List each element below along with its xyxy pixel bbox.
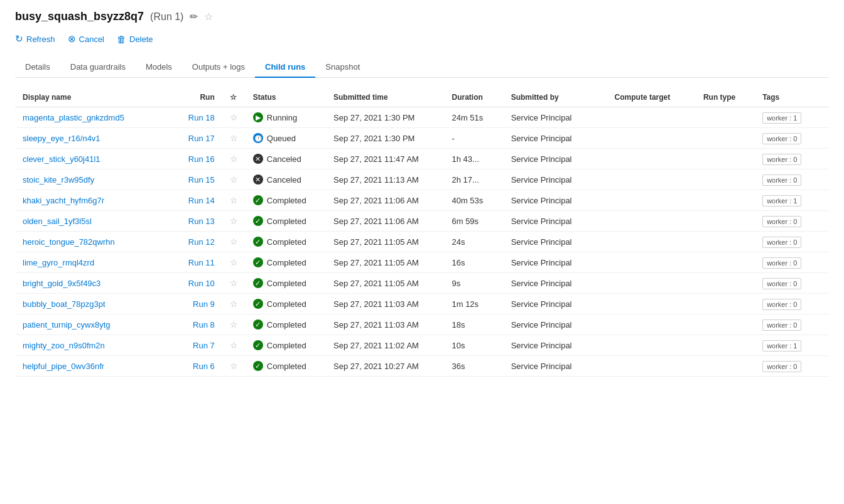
run-link[interactable]: Run 10 — [188, 279, 215, 288]
display-name-link[interactable]: khaki_yacht_hyfm6g7r — [23, 196, 104, 205]
cell-run-type — [696, 252, 755, 273]
display-name-link[interactable]: clever_stick_y60j41l1 — [23, 154, 100, 164]
cell-tags: worker : 0 — [755, 356, 829, 377]
row-star-icon[interactable]: ☆ — [230, 154, 238, 164]
display-name-link[interactable]: heroic_tongue_782qwrhn — [23, 237, 115, 247]
cell-tags: worker : 0 — [755, 273, 829, 294]
cell-star[interactable]: ☆ — [222, 273, 246, 294]
cell-star[interactable]: ☆ — [222, 252, 246, 273]
run-link[interactable]: Run 9 — [193, 299, 215, 309]
status-label: Completed — [267, 320, 306, 330]
cell-duration: 24s — [444, 232, 503, 252]
toolbar: ↻ Refresh ⊗ Cancel 🗑 Delete — [15, 33, 829, 45]
cell-submitted-by: Service Principal — [504, 128, 607, 149]
tab-child-runs[interactable]: Child runs — [255, 57, 315, 78]
tag-badge: worker : 1 — [762, 195, 801, 206]
display-name-link[interactable]: sleepy_eye_r16/n4v1 — [23, 134, 100, 143]
cell-star[interactable]: ☆ — [222, 169, 246, 190]
cell-submitted-time: Sep 27, 2021 11:05 AM — [326, 252, 444, 273]
cell-submitted-by: Service Principal — [504, 232, 607, 252]
row-star-icon[interactable]: ☆ — [230, 112, 238, 122]
display-name-link[interactable]: patient_turnip_cywx8ytg — [23, 320, 110, 330]
cell-star[interactable]: ☆ — [222, 149, 246, 169]
cell-star[interactable]: ☆ — [222, 232, 246, 252]
display-name-link[interactable]: lime_gyro_rmql4zrd — [23, 258, 94, 267]
row-star-icon[interactable]: ☆ — [230, 133, 238, 143]
cell-star[interactable]: ☆ — [222, 190, 246, 211]
run-link[interactable]: Run 12 — [188, 237, 215, 247]
display-name-link[interactable]: bright_gold_9x5f49c3 — [23, 279, 100, 288]
status-label: Completed — [267, 341, 306, 350]
cell-tags: worker : 1 — [755, 335, 829, 356]
delete-label: Delete — [129, 35, 153, 44]
display-name-link[interactable]: bubbly_boat_78pzg3pt — [23, 299, 106, 309]
run-link[interactable]: Run 13 — [188, 217, 215, 226]
cell-star[interactable]: ☆ — [222, 356, 246, 377]
row-star-icon[interactable]: ☆ — [230, 216, 238, 226]
edit-icon[interactable]: ✏ — [190, 11, 198, 23]
run-link[interactable]: Run 6 — [193, 362, 215, 371]
cell-star[interactable]: ☆ — [222, 335, 246, 356]
cell-tags: worker : 1 — [755, 190, 829, 211]
run-link[interactable]: Run 11 — [188, 258, 215, 267]
tab-outputs-logs[interactable]: Outputs + logs — [182, 57, 255, 78]
favorite-icon[interactable]: ☆ — [204, 11, 213, 23]
runs-table: Display name Run ☆ Status Submitted time… — [15, 88, 829, 377]
row-star-icon[interactable]: ☆ — [230, 361, 238, 371]
cell-submitted-time: Sep 27, 2021 11:05 AM — [326, 232, 444, 252]
cell-display-name: magenta_plastic_gnkzdmd5 — [15, 107, 163, 128]
col-header-display-name: Display name — [15, 88, 163, 107]
run-link[interactable]: Run 16 — [188, 154, 215, 164]
run-link[interactable]: Run 15 — [188, 175, 215, 185]
cell-star[interactable]: ☆ — [222, 107, 246, 128]
row-star-icon[interactable]: ☆ — [230, 299, 238, 309]
refresh-button[interactable]: ↻ Refresh — [15, 33, 55, 45]
display-name-link[interactable]: mighty_zoo_n9s0fm2n — [23, 341, 105, 350]
row-star-icon[interactable]: ☆ — [230, 257, 238, 267]
cell-duration: 6m 59s — [444, 211, 503, 232]
row-star-icon[interactable]: ☆ — [230, 174, 238, 185]
cell-duration: 40m 53s — [444, 190, 503, 211]
cancel-button[interactable]: ⊗ Cancel — [68, 33, 104, 45]
display-name-link[interactable]: magenta_plastic_gnkzdmd5 — [23, 113, 124, 122]
cell-star[interactable]: ☆ — [222, 294, 246, 314]
delete-button[interactable]: 🗑 Delete — [117, 34, 153, 45]
cell-duration: 16s — [444, 252, 503, 273]
refresh-icon: ↻ — [15, 33, 23, 45]
run-link[interactable]: Run 17 — [188, 134, 215, 143]
tab-data-guardrails[interactable]: Data guardrails — [60, 57, 136, 78]
display-name-link[interactable]: stoic_kite_r3w95dfy — [23, 175, 94, 185]
run-link[interactable]: Run 7 — [193, 341, 215, 350]
cell-duration: 2h 17... — [444, 169, 503, 190]
row-star-icon[interactable]: ☆ — [230, 340, 238, 350]
cell-star[interactable]: ☆ — [222, 211, 246, 232]
tab-snapshot[interactable]: Snapshot — [315, 57, 370, 78]
cell-star[interactable]: ☆ — [222, 128, 246, 149]
col-header-run-type: Run type — [696, 88, 755, 107]
tag-badge: worker : 0 — [762, 133, 801, 144]
row-star-icon[interactable]: ☆ — [230, 319, 238, 330]
tab-models[interactable]: Models — [136, 57, 182, 78]
tab-details[interactable]: Details — [15, 57, 60, 78]
run-link[interactable]: Run 18 — [188, 113, 215, 122]
cell-compute-target — [607, 273, 696, 294]
cell-compute-target — [607, 169, 696, 190]
tag-badge: worker : 1 — [762, 112, 801, 124]
display-name-link[interactable]: helpful_pipe_0wv36nfr — [23, 362, 104, 371]
run-link[interactable]: Run 14 — [188, 196, 215, 205]
row-star-icon[interactable]: ☆ — [230, 237, 238, 247]
cell-run: Run 8 — [163, 314, 222, 335]
cell-status: ✓ Completed — [246, 356, 326, 377]
cell-submitted-by: Service Principal — [504, 335, 607, 356]
display-name-link[interactable]: olden_sail_1yf3l5sl — [23, 217, 92, 226]
cancel-label: Cancel — [79, 35, 104, 44]
run-link[interactable]: Run 8 — [193, 320, 215, 330]
col-header-duration: Duration — [444, 88, 503, 107]
cell-star[interactable]: ☆ — [222, 314, 246, 335]
cell-run-type — [696, 294, 755, 314]
col-header-star[interactable]: ☆ — [222, 88, 246, 107]
row-star-icon[interactable]: ☆ — [230, 195, 238, 205]
cancel-icon: ⊗ — [68, 33, 76, 45]
row-star-icon[interactable]: ☆ — [230, 278, 238, 288]
cell-run-type — [696, 314, 755, 335]
